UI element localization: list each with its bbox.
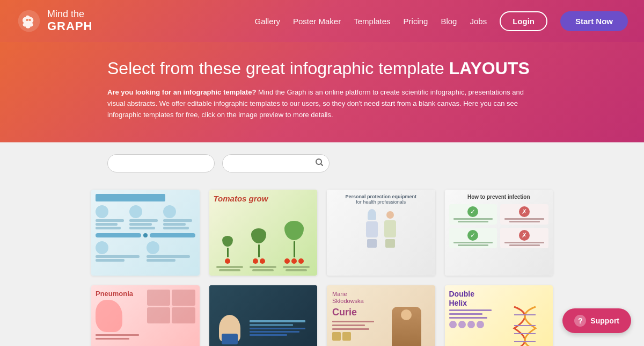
template-card-inner: Marie Skłodowska Curie <box>327 285 435 346</box>
template-card-inner: How to prevent infection ✓ ✗ ✓ <box>445 190 553 253</box>
hero-description: Are you looking for an infographic templ… <box>107 87 526 120</box>
template-card[interactable]: Marie Skłodowska Curie <box>327 285 435 346</box>
template-card[interactable]: How to prevent infection ✓ ✗ ✓ <box>445 190 553 276</box>
login-button[interactable]: Login <box>500 11 547 31</box>
dna-helix-icon <box>509 301 541 346</box>
hero-desc-bold: Are you looking for an infographic templ… <box>107 88 256 96</box>
nav-templates[interactable]: Templates <box>354 17 390 26</box>
logo-text: Mind the GRAPH <box>47 9 92 33</box>
hero-title: Select from these great infographic temp… <box>107 58 537 78</box>
category-select[interactable]: Science Health Biology <box>107 154 215 172</box>
svg-line-5 <box>321 163 323 165</box>
logo-graph: GRAPH <box>47 20 92 33</box>
template-card[interactable]: Pneumonia <box>91 285 200 346</box>
logo[interactable]: Mind the GRAPH <box>16 8 92 34</box>
search-input-wrap <box>222 154 330 172</box>
nav-gallery[interactable]: Gallery <box>254 17 280 26</box>
template-card-inner: Tomatos grow <box>209 190 318 276</box>
main-nav: Gallery Poster Maker Templates Pricing B… <box>254 11 628 31</box>
templates-section: Tomatos grow <box>0 184 644 346</box>
logo-mind: Mind the <box>47 9 92 20</box>
hero-title-text: Select from these great infographic temp… <box>107 59 449 78</box>
template-card[interactable] <box>91 190 200 276</box>
search-button[interactable] <box>315 158 324 169</box>
nav-poster-maker[interactable]: Poster Maker <box>293 17 341 26</box>
search-icon <box>315 158 324 167</box>
template-card-inner <box>91 190 200 276</box>
header: Mind the GRAPH Gallery Poster Maker Temp… <box>0 0 644 42</box>
support-button[interactable]: ? Support <box>562 308 631 333</box>
brain-icon <box>16 8 42 34</box>
search-area: Science Health Biology <box>0 142 644 184</box>
template-card-inner: Pneumonia <box>91 285 200 346</box>
template-card[interactable]: DoubleHelix <box>445 285 553 346</box>
hero-title-bold: LAYOUTS <box>449 59 530 78</box>
hero-section: Select from these great infographic temp… <box>0 42 644 142</box>
template-card[interactable]: Tomatos grow <box>209 190 318 276</box>
nav-jobs[interactable]: Jobs <box>470 17 487 26</box>
templates-grid: Tomatos grow <box>91 190 553 346</box>
template-card[interactable]: Personal protection equipmentfor health … <box>327 190 435 276</box>
support-icon: ? <box>574 315 586 327</box>
template-card[interactable] <box>209 285 318 346</box>
template-card-inner <box>209 285 318 346</box>
template-card-inner: Personal protection equipmentfor health … <box>327 190 435 265</box>
nav-blog[interactable]: Blog <box>441 17 457 26</box>
start-now-button[interactable]: Start Now <box>560 11 628 31</box>
template-card-inner: DoubleHelix <box>445 285 553 346</box>
support-label: Support <box>590 316 619 325</box>
search-input[interactable] <box>229 155 315 172</box>
nav-pricing[interactable]: Pricing <box>404 17 428 26</box>
